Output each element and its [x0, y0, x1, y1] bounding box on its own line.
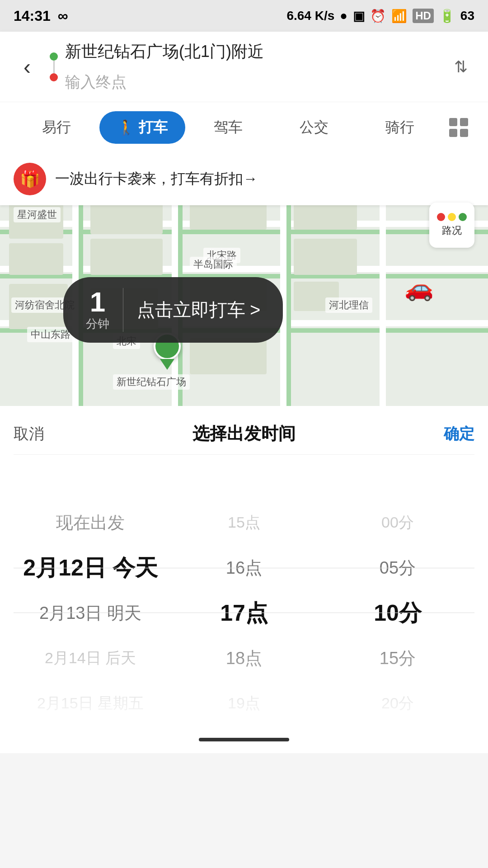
bottom-home: [0, 726, 488, 753]
picker-cancel-button[interactable]: 取消: [14, 424, 44, 444]
swap-button[interactable]: ⇅: [447, 53, 474, 80]
tab-dache-label: 打车: [139, 118, 168, 137]
picker-hour-item-0[interactable]: 15点: [167, 500, 321, 545]
hd-icon: HD: [413, 9, 434, 23]
route-connector: [50, 52, 58, 81]
building-2: [90, 203, 163, 234]
battery-icon: 🔋: [439, 9, 455, 24]
promo-text: 一波出行卡袭来，打车有折扣→: [55, 169, 258, 189]
more-dot-1: [449, 118, 457, 126]
header: ‹ 新世纪钻石广场(北1门)附近 输入终点 ⇅: [0, 32, 488, 102]
picker-hour-item-3[interactable]: 18点: [167, 636, 321, 681]
tab-qixing[interactable]: 骑行: [357, 111, 443, 144]
picker-date-column[interactable]: 现在出发 2月12日 今天 2月13日 明天 2月14日 后天 2月15日 星期…: [14, 455, 167, 726]
traffic-label: 路况: [442, 224, 462, 237]
car-icon: 🚗: [404, 274, 434, 302]
area-label-xingheshengshi: 星河盛世: [14, 207, 61, 222]
building-3: [190, 203, 267, 230]
transport-tabs: 易行 🚶 打车 驾车 公交 骑行: [0, 102, 488, 153]
more-dot-2: [460, 118, 468, 126]
walk-icon: 🚶: [117, 119, 135, 136]
light-yellow: [448, 213, 456, 221]
home-indicator: [199, 738, 289, 741]
picker-hour-column[interactable]: 15点 16点 17点 18点 19点: [167, 455, 321, 726]
picker-date-item-2[interactable]: 2月13日 明天: [14, 590, 167, 636]
picker-header: 取消 选择出发时间 确定: [14, 406, 474, 455]
area-label-hexin: 河北理信: [325, 297, 372, 313]
battery-level: 63: [460, 9, 474, 23]
cta-minutes: 1 分钟: [86, 288, 123, 332]
cta-arrow-icon: >: [250, 300, 260, 320]
origin-dot: [50, 52, 58, 61]
picker-date-item-1[interactable]: 2月12日 今天: [14, 545, 167, 590]
tab-more-button[interactable]: [443, 112, 474, 143]
destination-input[interactable]: 输入终点: [65, 72, 438, 93]
cta-number: 1: [90, 288, 105, 316]
picker-minute-inner: 00分 05分 10分 15分 20分: [321, 455, 474, 726]
building-6: [90, 239, 163, 275]
picker-minute-item-3[interactable]: 15分: [321, 636, 474, 681]
destination-dot: [50, 73, 58, 81]
picker-date-item-3[interactable]: 2月14日 后天: [14, 636, 167, 681]
clock-icon: ⏰: [370, 9, 386, 24]
origin-text[interactable]: 新世纪钻石广场(北1门)附近: [65, 41, 438, 63]
status-time: 14:31: [14, 8, 51, 24]
route-inputs: 新世纪钻石广场(北1门)附近 输入终点: [50, 41, 438, 93]
status-infinite: ∞: [58, 8, 68, 24]
picker-minute-column[interactable]: 00分 05分 10分 15分 20分: [321, 455, 474, 726]
picker-hour-inner: 15点 16点 17点 18点 19点: [167, 455, 321, 726]
picker-minute-item-1[interactable]: 05分: [321, 545, 474, 590]
status-bar: 14:31 ∞ 6.64 K/s ● ▣ ⏰ 📶 HD 🔋 63: [0, 0, 488, 32]
picker-date-item-0[interactable]: 现在出发: [14, 500, 167, 545]
picker-date-item-4[interactable]: 2月15日 星期五: [14, 681, 167, 726]
building-7: [294, 239, 357, 275]
building-12: [190, 338, 267, 374]
picker-minute-item-2[interactable]: 10分: [321, 590, 474, 636]
connector-line: [53, 61, 55, 73]
bottom-panel: 取消 选择出发时间 确定 现在出发 2月12日 今天 2月13日 明天 2月14…: [0, 406, 488, 726]
origin-row: 新世纪钻石广场(北1门)附近 输入终点: [50, 41, 438, 93]
tab-dache[interactable]: 🚶 打车: [99, 111, 185, 144]
back-button[interactable]: ‹: [14, 54, 41, 79]
wifi-icon: ●: [340, 9, 347, 23]
picker-hour-item-1[interactable]: 16点: [167, 545, 321, 590]
picker-title: 选择出发时间: [192, 422, 296, 445]
cta-label: 点击立即打车: [137, 297, 245, 322]
cta-action-text: 点击立即打车 >: [123, 297, 260, 322]
cta-unit: 分钟: [86, 316, 109, 332]
area-label-bandao: 半岛国际: [190, 257, 237, 272]
more-dot-3: [449, 129, 457, 137]
more-dot-4: [460, 129, 468, 137]
road-v4: [380, 193, 386, 406]
status-right: 6.64 K/s ● ▣ ⏰ 📶 HD 🔋 63: [286, 9, 474, 24]
promo-icon: 🎁: [14, 163, 46, 195]
picker-area[interactable]: 现在出发 2月12日 今天 2月13日 明天 2月14日 后天 2月15日 星期…: [14, 455, 474, 726]
pin-tail: [160, 359, 174, 370]
traffic-lights: [437, 213, 467, 221]
status-left: 14:31 ∞: [14, 8, 68, 24]
area-label-xinshiji: 新世纪钻石广场: [113, 374, 190, 390]
map-area[interactable]: 🎁 一波出行卡袭来，打车有折扣→ 北宋路 中山东路: [0, 153, 488, 406]
light-red: [437, 213, 445, 221]
tab-jache[interactable]: 驾车: [185, 111, 271, 144]
picker-hour-item-4[interactable]: 19点: [167, 681, 321, 726]
picker-date-inner: 现在出发 2月12日 今天 2月13日 明天 2月14日 后天 2月15日 星期…: [14, 455, 167, 726]
tab-gongjiao[interactable]: 公交: [271, 111, 357, 144]
promo-banner[interactable]: 🎁 一波出行卡袭来，打车有折扣→: [0, 153, 488, 205]
building-5: [9, 243, 63, 275]
status-speed: 6.64 K/s: [286, 9, 334, 23]
picker-hour-item-2[interactable]: 17点: [167, 590, 321, 636]
sim-icon: ▣: [353, 9, 365, 24]
traffic-button[interactable]: 路况: [429, 203, 474, 248]
tab-yixing[interactable]: 易行: [14, 111, 99, 144]
picker-confirm-button[interactable]: 确定: [444, 424, 474, 444]
light-green: [459, 213, 467, 221]
cta-bubble[interactable]: 1 分钟 点击立即打车 >: [63, 277, 283, 343]
signal-icon: 📶: [391, 9, 407, 24]
picker-minute-item-0[interactable]: 00分: [321, 500, 474, 545]
road-v-green3: [286, 193, 291, 406]
picker-minute-item-4[interactable]: 20分: [321, 681, 474, 726]
